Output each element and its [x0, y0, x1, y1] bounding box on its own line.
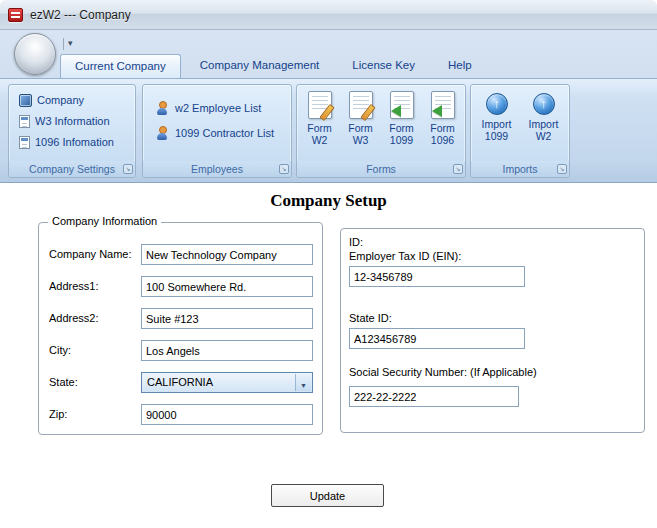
- group-caption-company-settings: Company Settings ↘: [9, 161, 135, 177]
- zip-label: Zip:: [49, 408, 67, 420]
- w3-information-button[interactable]: W3 Information: [19, 113, 135, 129]
- dialog-launcher-icon[interactable]: ↘: [279, 164, 289, 174]
- ribbon-group-employees: w2 Employee List 1099 Contractor List Em…: [142, 84, 292, 178]
- employee-person-icon: [155, 101, 169, 115]
- ssn-input[interactable]: [349, 386, 519, 407]
- city-label: City:: [49, 344, 71, 356]
- tab-help[interactable]: Help: [434, 54, 486, 78]
- company-information-groupbox: Company Information Company Name: Addres…: [38, 222, 323, 435]
- form-1099-label: Form 1099: [382, 122, 422, 146]
- company-information-legend: Company Information: [48, 215, 161, 227]
- app-icon: [8, 8, 23, 22]
- form-w3-label: Form W3: [341, 122, 381, 146]
- state-select[interactable]: CALIFORNIA ▼: [141, 372, 313, 393]
- form-w2-label: Form W2: [300, 122, 340, 146]
- form-1096-information-label: 1096 Infomation: [35, 136, 114, 148]
- company-setup-panel: Company Setup Company Information Compan…: [0, 183, 657, 528]
- import-w2-label: Import W2: [524, 118, 564, 142]
- form-w3-button[interactable]: Form W3: [340, 89, 381, 161]
- contractor-1099-list-label: 1099 Contractor List: [175, 127, 274, 139]
- w2-employee-list-button[interactable]: w2 Employee List: [155, 100, 291, 116]
- state-select-dropdown-button[interactable]: ▼: [295, 374, 311, 391]
- w2-employee-list-label: w2 Employee List: [175, 102, 261, 114]
- group-caption-employees: Employees ↘: [143, 161, 291, 177]
- state-select-value: CALIFORNIA: [147, 373, 213, 392]
- group-caption-imports: Imports ↘: [471, 161, 569, 177]
- form-1096-button[interactable]: Form 1096: [422, 89, 463, 161]
- id-groupbox: ID: Employer Tax ID (EIN): State ID: Soc…: [340, 228, 645, 433]
- contractor-person-icon: [155, 126, 169, 140]
- form-import-icon: [390, 91, 414, 119]
- ribbon-group-forms: Form W2 Form W3 Form 1099 Form 1096: [296, 84, 466, 178]
- quick-access-dropdown-icon[interactable]: ▾: [68, 36, 73, 50]
- form-1096-information-button[interactable]: 1096 Infomation: [19, 134, 135, 150]
- company-icon: [19, 94, 32, 107]
- tab-current-company[interactable]: Current Company: [60, 54, 181, 78]
- quick-access-separator: [63, 38, 64, 50]
- id-heading: ID:: [349, 236, 363, 248]
- address2-input[interactable]: [141, 308, 313, 329]
- form-w2-button[interactable]: Form W2: [299, 89, 340, 161]
- address1-input[interactable]: [141, 276, 313, 297]
- group-caption-label: Employees: [191, 163, 243, 175]
- contractor-1099-list-button[interactable]: 1099 Contractor List: [155, 125, 291, 141]
- update-button[interactable]: Update: [271, 484, 384, 507]
- ribbon: ▾ Current Company Company Management Lic…: [0, 30, 657, 183]
- form-1096-label: Form 1096: [423, 122, 463, 146]
- import-w2-button[interactable]: Import W2: [520, 89, 567, 161]
- form-1096-document-icon: [19, 136, 30, 149]
- ribbon-body: Company W3 Information 1096 Infomation C…: [0, 78, 657, 183]
- ein-input[interactable]: [349, 266, 525, 287]
- form-1099-button[interactable]: Form 1099: [381, 89, 422, 161]
- ein-label: Employer Tax ID (EIN):: [349, 250, 461, 262]
- import-orb-icon: [533, 93, 555, 115]
- state-label: State:: [49, 376, 78, 388]
- chevron-down-icon: ▼: [300, 382, 307, 389]
- company-button[interactable]: Company: [19, 92, 135, 108]
- dialog-launcher-icon[interactable]: ↘: [453, 164, 463, 174]
- group-caption-label: Forms: [366, 163, 396, 175]
- state-id-label: State ID:: [349, 312, 392, 324]
- w3-document-icon: [19, 115, 30, 128]
- import-1099-button[interactable]: Import 1099: [473, 89, 520, 161]
- ribbon-group-imports: Import 1099 Import W2 Imports ↘: [470, 84, 570, 178]
- w3-information-label: W3 Information: [35, 115, 110, 127]
- state-id-input[interactable]: [349, 328, 525, 349]
- application-orb-button[interactable]: [14, 33, 56, 75]
- ribbon-group-company-settings: Company W3 Information 1096 Infomation C…: [8, 84, 136, 178]
- dialog-launcher-icon[interactable]: ↘: [123, 164, 133, 174]
- window-title: ezW2 --- Company: [30, 8, 131, 22]
- app-window: ezW2 --- Company ▾ Current Company Compa…: [0, 0, 657, 528]
- form-edit-icon: [308, 91, 332, 119]
- address1-label: Address1:: [49, 280, 99, 292]
- tab-license-key[interactable]: License Key: [338, 54, 429, 78]
- dialog-launcher-icon[interactable]: ↘: [557, 164, 567, 174]
- zip-input[interactable]: [141, 404, 313, 425]
- company-button-label: Company: [37, 94, 84, 106]
- company-name-label: Company Name:: [49, 248, 132, 260]
- address2-label: Address2:: [49, 312, 99, 324]
- import-orb-icon: [486, 93, 508, 115]
- import-1099-label: Import 1099: [477, 118, 517, 142]
- form-edit-icon: [349, 91, 373, 119]
- ssn-label: Social Security Number: (If Applicable): [349, 366, 537, 378]
- city-input[interactable]: [141, 340, 313, 361]
- company-name-input[interactable]: [141, 244, 313, 265]
- group-caption-label: Imports: [502, 163, 537, 175]
- tab-company-management[interactable]: Company Management: [186, 54, 334, 78]
- form-import-icon: [431, 91, 455, 119]
- ribbon-tab-bar: Current Company Company Management Licen…: [60, 54, 491, 78]
- group-caption-forms: Forms ↘: [297, 161, 465, 177]
- page-title: Company Setup: [0, 191, 657, 211]
- group-caption-label: Company Settings: [29, 163, 115, 175]
- titlebar: ezW2 --- Company: [0, 0, 657, 30]
